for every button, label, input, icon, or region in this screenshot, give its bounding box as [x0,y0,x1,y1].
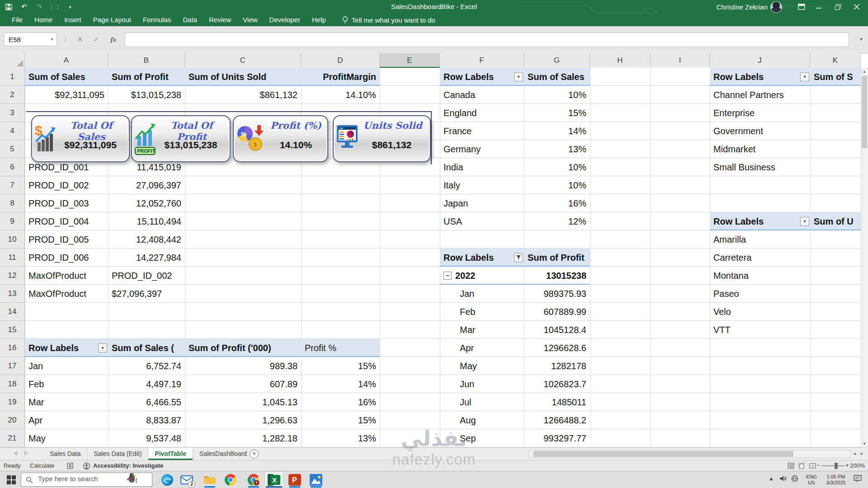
row-header-15[interactable]: 15 [0,321,24,339]
cell-F3[interactable]: England [440,104,524,122]
row-header-17[interactable]: 17 [0,357,24,375]
cell-F9[interactable]: USA [440,212,524,230]
cell-A18[interactable]: Feb [25,375,108,393]
cell-J9[interactable]: Row Labels▾ [710,212,810,230]
minimize-button[interactable] [813,2,825,12]
row-header-2[interactable]: 2 [0,86,24,104]
formula-bar-expand-icon[interactable]: ▾ [860,36,863,42]
cell-F14[interactable]: Feb [440,303,524,321]
cell-G5[interactable]: 13% [524,140,590,158]
cell-G18[interactable]: 1026823.7 [524,375,590,393]
cell-C16[interactable]: Sum of Profit ('000) [185,339,301,357]
normal-view-icon[interactable] [788,463,794,470]
row-header-4[interactable]: 4 [0,122,24,140]
cell-J1[interactable]: Row Labels▾ [710,68,810,86]
scroll-up-icon[interactable]: ▲ [862,69,867,74]
cell-G3[interactable]: 15% [524,104,590,122]
cell-G4[interactable]: 14% [524,122,590,140]
ribbon-tab-file[interactable]: File [6,14,28,26]
cell-K1[interactable]: Sum of S [810,68,861,86]
zoom-slider-thumb[interactable] [835,463,838,469]
chrome-icon[interactable] [224,473,237,487]
cell-G16[interactable]: 1296628.6 [524,339,590,357]
ribbon-tab-view[interactable]: View [237,14,263,26]
cell-F15[interactable]: Mar [440,321,524,339]
cell-A9[interactable]: PROD_ID_004 [25,212,108,230]
cell-B20[interactable]: 8,833.87 [108,411,185,429]
cell-J4[interactable]: Government [710,122,810,140]
cell-A2[interactable]: $92,311,095 [25,86,108,104]
cell-B1[interactable]: Sum of Profit [108,68,185,86]
scroll-left-icon[interactable]: ◂ [854,451,856,456]
cell-A19[interactable]: Mar [25,393,108,411]
ribbon-tab-page-layout[interactable]: Page Layout [88,14,137,26]
cell-F11[interactable]: Row Labels [440,249,524,267]
cell-C1[interactable]: Sum of Units Sold [185,68,301,86]
ribbon-tab-review[interactable]: Review [203,14,236,26]
ribbon-tab-help[interactable]: Help [307,14,331,26]
ribbon-display-options-icon[interactable] [796,2,807,12]
cell-F8[interactable]: Japan [440,194,524,212]
zoom-out-icon[interactable]: − [816,462,820,469]
cell-B8[interactable]: 12,052,760 [108,194,185,212]
cell-B16[interactable]: Sum of Sales ( [108,339,185,357]
account-name[interactable]: Christine Zekrian [717,3,768,11]
cell-A13[interactable]: MaxOfProduct [25,285,108,303]
cell-A8[interactable]: PROD_ID_003 [25,194,108,212]
file-explorer-icon[interactable] [203,473,217,487]
scroll-down-icon[interactable]: ▼ [862,441,867,446]
column-header-A[interactable]: A [25,53,108,68]
restore-button[interactable] [832,2,844,12]
cell-F16[interactable]: Apr [440,339,524,357]
sheet-tab-sales-data[interactable]: Sales Data [43,448,87,460]
cell-G2[interactable]: 10% [524,86,590,104]
cell-B2[interactable]: $13,015,238 [108,86,185,104]
zoom-slider[interactable] [822,465,844,466]
sheet-tab-pivottable[interactable]: PivotTable [148,448,193,460]
cell-G20[interactable]: 1266488.2 [524,411,590,429]
cell-F4[interactable]: France [440,122,524,140]
cell-D21[interactable]: 13% [301,429,380,447]
zoom-level[interactable]: 200% [850,462,865,469]
cell-K9[interactable]: Sum of U [810,212,861,230]
column-header-H[interactable]: H [590,53,651,68]
cell-F1[interactable]: Row Labels▾ [440,68,524,86]
cell-B18[interactable]: 4,497.19 [108,375,185,393]
cell-C19[interactable]: 1,045.13 [185,393,301,411]
avatar[interactable] [770,1,782,13]
cell-J12[interactable]: Montana [710,267,810,285]
sheet-nav-left-icon[interactable] [14,450,17,456]
cell-C2[interactable]: $861,132 [185,86,301,104]
kpi-card-total-profit[interactable]: PROFIT Total Of Profit $13,015,238 [131,115,231,162]
volume-icon[interactable] [779,475,787,483]
cell-A17[interactable]: Jan [25,357,108,375]
insert-function-icon[interactable]: fx [107,33,120,46]
cell-F7[interactable]: Italy [440,176,524,194]
close-button[interactable] [851,2,863,12]
cell-A16[interactable]: Row Labels▾ [25,339,108,357]
cell-D16[interactable]: Profit % [301,339,380,357]
cell-G11[interactable]: Sum of Profit [524,249,590,267]
cell-G15[interactable]: 1045128.4 [524,321,590,339]
column-header-D[interactable]: D [301,53,380,68]
ribbon-tab-data[interactable]: Data [177,14,203,26]
cell-D1[interactable]: ProfitMargin [301,68,380,86]
photos-icon[interactable] [309,473,323,487]
cell-C18[interactable]: 607.89 [185,375,301,393]
cell-A10[interactable]: PROD_ID_005 [25,230,108,249]
row-header-6[interactable]: 6 [0,158,24,176]
cell-B17[interactable]: 6,752.74 [108,357,185,375]
macro-record-icon[interactable] [67,463,73,470]
zoom-in-icon[interactable]: + [845,462,849,469]
column-header-I[interactable]: I [651,53,710,68]
row-header-3[interactable]: 3 [0,104,24,122]
cell-D20[interactable]: 15% [301,411,380,429]
cell-G1[interactable]: Sum of Sales [524,68,590,86]
edge-browser-icon[interactable] [160,473,174,487]
action-center-icon[interactable] [854,475,862,483]
select-all-corner[interactable] [0,53,25,68]
row-header-13[interactable]: 13 [0,285,24,303]
cell-B11[interactable]: 14,227,984 [108,249,185,267]
cell-J2[interactable]: Channel Partners [710,86,810,104]
cell-C17[interactable]: 989.38 [185,357,301,375]
